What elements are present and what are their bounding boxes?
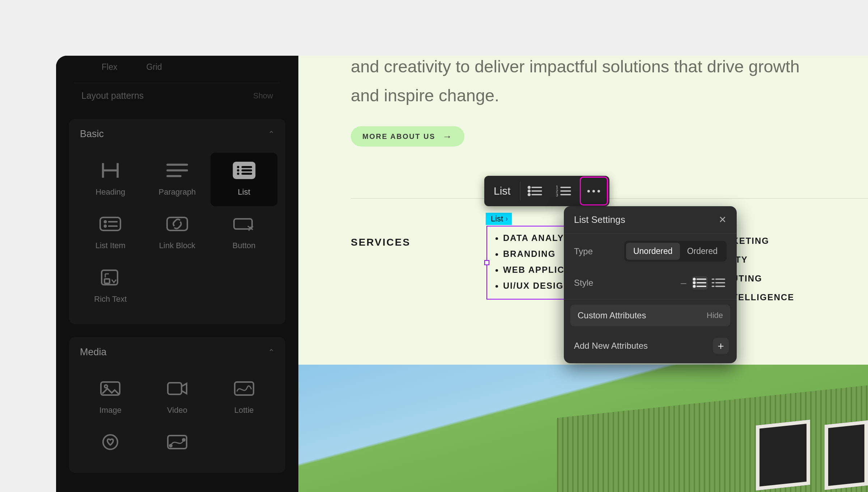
svg-rect-13 bbox=[105, 279, 110, 283]
list-item-icon bbox=[98, 213, 123, 234]
svg-point-29 bbox=[693, 282, 695, 284]
panel-media: Media ⌃ Image Video bbox=[69, 337, 285, 473]
svg-point-8 bbox=[105, 221, 106, 223]
list-settings-popover: List Settings ✕ Type Unordered Ordered S… bbox=[564, 206, 737, 363]
svg-point-28 bbox=[693, 279, 695, 280]
tile-button[interactable]: Button bbox=[210, 206, 277, 260]
rich-text-icon bbox=[98, 267, 123, 288]
tile-label: Heading bbox=[95, 187, 125, 197]
custom-attributes-row[interactable]: Custom Attributes Hide bbox=[570, 305, 730, 326]
svg-rect-5 bbox=[241, 169, 252, 171]
elements-sidebar: Flex Grid Layout patterns Show Basic ⌃ H… bbox=[56, 56, 298, 492]
style-lines-option[interactable] bbox=[711, 276, 727, 290]
tile-heading[interactable]: Heading bbox=[77, 153, 144, 206]
style-label: Style bbox=[574, 278, 593, 288]
element-toolbar: List 123 bbox=[484, 176, 609, 206]
tile-label: Image bbox=[99, 406, 122, 415]
toolbar-unordered-list-button[interactable] bbox=[520, 176, 549, 206]
chevron-right-icon: › bbox=[505, 214, 508, 224]
tile-link-block[interactable]: Link Block bbox=[144, 206, 211, 260]
button-icon bbox=[231, 213, 257, 234]
panel-media-header[interactable]: Media ⌃ bbox=[69, 337, 285, 367]
type-unordered-option[interactable]: Unordered bbox=[626, 243, 680, 260]
tile-video[interactable]: Video bbox=[144, 371, 211, 424]
panel-basic-title: Basic bbox=[80, 128, 104, 140]
add-attributes-label: Add New Attributes bbox=[574, 341, 648, 351]
svg-point-20 bbox=[170, 445, 172, 447]
tile-list-item[interactable]: List Item bbox=[77, 206, 144, 260]
svg-point-18 bbox=[103, 435, 118, 449]
image-icon bbox=[98, 378, 123, 399]
layout-patterns-label: Layout patterns bbox=[81, 90, 144, 101]
tile-rich-text[interactable]: Rich Text bbox=[77, 260, 144, 313]
video-icon bbox=[165, 378, 190, 399]
tile-lottie[interactable]: Lottie bbox=[210, 371, 277, 424]
custom-attributes-label: Custom Attributes bbox=[578, 310, 646, 321]
element-tag-label: List bbox=[491, 214, 503, 224]
section-divider bbox=[351, 198, 868, 199]
tile-paragraph[interactable]: Paragraph bbox=[144, 153, 211, 206]
layout-patterns-row: Layout patterns Show bbox=[74, 83, 280, 119]
link-icon bbox=[165, 213, 190, 234]
close-icon[interactable]: ✕ bbox=[719, 214, 727, 225]
svg-point-22 bbox=[528, 187, 530, 188]
hero-text: and creativity to deliver impactful solu… bbox=[351, 56, 825, 110]
services-heading: SERVICES bbox=[351, 237, 410, 248]
more-about-us-button[interactable]: MORE ABOUT US → bbox=[351, 126, 464, 147]
style-bullets-option[interactable] bbox=[692, 276, 708, 290]
svg-rect-6 bbox=[241, 173, 252, 175]
paragraph-icon bbox=[165, 160, 190, 181]
type-label: Type bbox=[574, 246, 593, 256]
tile-label: List Item bbox=[95, 241, 125, 250]
tile-label: Link Block bbox=[159, 241, 195, 250]
svg-point-3 bbox=[237, 173, 239, 175]
hero-image bbox=[298, 365, 868, 492]
toolbar-ordered-list-button[interactable]: 123 bbox=[549, 176, 578, 206]
type-ordered-option[interactable]: Ordered bbox=[680, 243, 725, 260]
svg-point-9 bbox=[105, 225, 106, 227]
tile-list[interactable]: List bbox=[210, 153, 277, 206]
svg-rect-7 bbox=[100, 217, 120, 230]
tile-label: List bbox=[238, 187, 250, 197]
svg-point-1 bbox=[237, 166, 239, 168]
layout-patterns-show[interactable]: Show bbox=[253, 91, 273, 101]
panel-basic-header[interactable]: Basic ⌃ bbox=[69, 119, 285, 149]
svg-point-30 bbox=[693, 285, 695, 287]
type-toggle: Unordered Ordered bbox=[624, 241, 727, 262]
tile-label: Rich Text bbox=[94, 294, 127, 304]
element-tag-list[interactable]: List › bbox=[486, 213, 512, 225]
heading-icon bbox=[98, 160, 123, 181]
tab-flex[interactable]: Flex bbox=[102, 62, 117, 72]
lottie-icon bbox=[231, 378, 257, 399]
svg-point-2 bbox=[237, 169, 239, 171]
cta-label: MORE ABOUT US bbox=[362, 132, 435, 141]
chevron-up-icon: ⌃ bbox=[268, 130, 275, 139]
design-canvas[interactable]: and creativity to deliver impactful solu… bbox=[298, 56, 868, 492]
svg-point-15 bbox=[105, 385, 107, 388]
tile-image[interactable]: Image bbox=[77, 371, 144, 424]
plus-icon: ＋ bbox=[716, 339, 726, 353]
tile-extra-1[interactable] bbox=[77, 424, 144, 462]
svg-point-21 bbox=[183, 439, 185, 441]
custom-attributes-hide[interactable]: Hide bbox=[707, 311, 723, 320]
svg-rect-16 bbox=[168, 383, 182, 394]
tile-extra-2[interactable] bbox=[144, 424, 211, 462]
curve-icon bbox=[165, 432, 190, 453]
arrow-right-icon: → bbox=[443, 132, 453, 141]
tile-label: Button bbox=[233, 241, 256, 250]
resize-handle-left[interactable] bbox=[484, 260, 489, 265]
toolbar-more-button[interactable] bbox=[580, 177, 608, 205]
tab-grid[interactable]: Grid bbox=[146, 62, 162, 72]
popover-title: List Settings bbox=[574, 214, 625, 225]
add-attribute-button[interactable]: ＋ bbox=[713, 338, 729, 354]
tile-label: Lottie bbox=[234, 406, 254, 415]
layout-tabs: Flex Grid bbox=[69, 56, 285, 83]
heart-icon bbox=[98, 432, 123, 453]
more-icon bbox=[587, 190, 600, 192]
toolbar-element-label: List bbox=[484, 182, 520, 200]
svg-rect-4 bbox=[241, 166, 252, 168]
style-none-option[interactable]: – bbox=[678, 276, 689, 290]
tile-label: Paragraph bbox=[159, 187, 196, 197]
svg-point-24 bbox=[528, 194, 530, 196]
chevron-up-icon: ⌃ bbox=[268, 348, 275, 357]
